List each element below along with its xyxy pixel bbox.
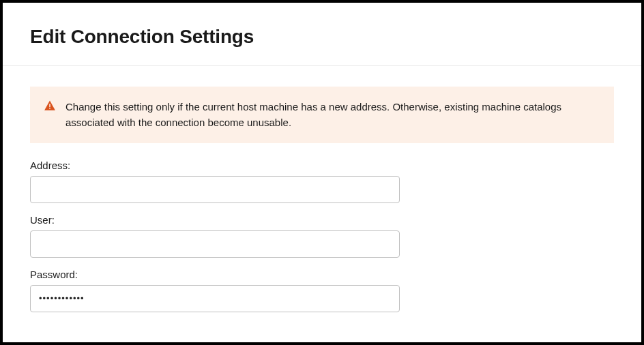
password-label: Password: <box>30 269 614 280</box>
header: Edit Connection Settings <box>3 3 641 66</box>
address-label: Address: <box>30 160 614 171</box>
svg-rect-0 <box>49 104 50 107</box>
warning-banner: Change this setting only if the current … <box>30 87 614 143</box>
user-label: User: <box>30 214 614 226</box>
password-input[interactable] <box>30 285 400 312</box>
password-field-group: Password: <box>30 269 614 312</box>
content: Change this setting only if the current … <box>3 66 641 312</box>
user-input[interactable] <box>30 230 400 258</box>
svg-rect-1 <box>49 108 50 109</box>
user-field-group: User: <box>30 214 614 258</box>
warning-triangle-icon <box>44 100 56 112</box>
address-field-group: Address: <box>30 160 614 203</box>
page-title: Edit Connection Settings <box>30 26 614 48</box>
warning-message: Change this setting only if the current … <box>65 99 600 131</box>
address-input[interactable] <box>30 176 400 203</box>
